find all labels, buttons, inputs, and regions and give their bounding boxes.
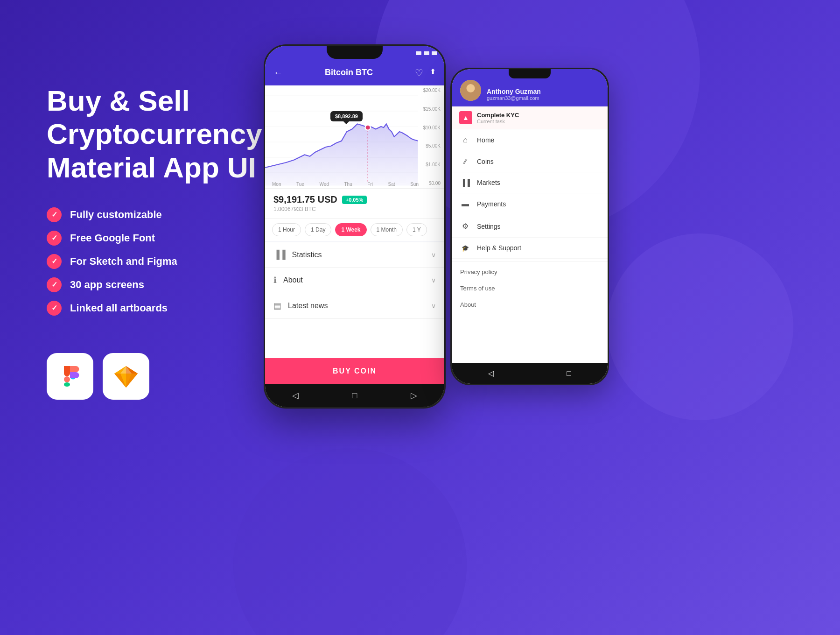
terms-of-use-link[interactable]: Terms of use: [452, 280, 608, 296]
feature-label-4: 30 app screens: [70, 279, 144, 291]
back-button[interactable]: ←: [273, 67, 283, 78]
feature-label-1: Fully customizable: [70, 209, 162, 221]
y-label-5: $1.00K: [423, 162, 441, 167]
latest-news-row-left: ▤ Latest news: [273, 301, 328, 311]
signal-icon: [416, 51, 421, 55]
phone-screen-side: Anthony Guzman guzman33@gmail.com ▲ Comp…: [452, 69, 608, 384]
statistics-label: Statistics: [292, 251, 322, 259]
chart-y-labels: $20.00K $15.00K $10.00K $5.00K $1.00K $0…: [423, 85, 441, 188]
x-label-mon: Mon: [272, 182, 281, 187]
status-icons: [416, 51, 437, 55]
nav-home[interactable]: ⌂ Home: [452, 129, 608, 151]
battery-icon: [432, 51, 437, 55]
payments-label: Payments: [477, 200, 506, 208]
section-rows: ▐▐ Statistics ∨ ℹ About ∨ ▤ Latest news …: [265, 242, 444, 358]
time-btn-day[interactable]: 1 Day: [305, 223, 331, 236]
x-label-wed: Wed: [320, 182, 329, 187]
check-icon-4: ✓: [47, 277, 62, 292]
y-label-4: $5.00K: [423, 143, 441, 148]
markets-icon: ▐▐: [460, 179, 470, 186]
check-icon-2: ✓: [47, 231, 62, 246]
home-icon: ⌂: [460, 136, 470, 144]
phone-notch: [327, 46, 383, 59]
buy-button[interactable]: BUY COIN: [265, 358, 444, 384]
share-icon[interactable]: ⬆: [430, 67, 436, 78]
latest-news-label: Latest news: [288, 302, 328, 310]
x-label-thu: Thu: [344, 182, 352, 187]
kyc-bar[interactable]: ▲ Complete KYC Current task: [452, 106, 608, 129]
phone-mockup-main: ← Bitcoin BTC ♡ ⬆: [264, 44, 446, 409]
svg-rect-1: [64, 376, 70, 382]
phone-mockup-side: Anthony Guzman guzman33@gmail.com ▲ Comp…: [450, 68, 609, 385]
svg-rect-4: [64, 382, 70, 387]
about-link[interactable]: About: [452, 296, 608, 313]
svg-rect-2: [64, 366, 70, 372]
nav-coins[interactable]: ∕∕ Coins: [452, 151, 608, 172]
nav-back-icon[interactable]: ◁: [292, 390, 299, 401]
phone-bottom-nav: ◁ □ ▷: [265, 384, 444, 407]
y-label-2: $15.00K: [423, 106, 441, 112]
buy-button-label: BUY COIN: [333, 367, 377, 375]
svg-point-20: [467, 84, 475, 92]
nav-help[interactable]: 🎓 Help & Support: [452, 238, 608, 259]
figma-icon-box: [47, 353, 93, 400]
kyc-title: Complete KYC: [477, 112, 519, 119]
wifi-icon: [424, 51, 429, 55]
news-chevron: ∨: [431, 302, 436, 310]
kyc-warning-icon: ▲: [459, 111, 472, 124]
nav-settings[interactable]: ⚙ Settings: [452, 215, 608, 238]
nav-markets[interactable]: ▐▐ Markets: [452, 172, 608, 193]
statistics-chevron: ∨: [431, 251, 436, 259]
chart-area: $8,892.89 $20.00K $15.00K $10.00K $5.00K…: [265, 85, 444, 188]
time-filters: 1 Hour 1 Day 1 Week 1 Month 1 Y: [265, 218, 444, 241]
y-label-1: $20.00K: [423, 88, 441, 93]
nav-payments[interactable]: ▬ Payments: [452, 193, 608, 215]
phone2-notch: [509, 69, 551, 78]
phone-header: ← Bitcoin BTC ♡ ⬆: [265, 60, 444, 85]
latest-news-row[interactable]: ▤ Latest news ∨: [265, 293, 444, 319]
heart-icon[interactable]: ♡: [415, 67, 423, 78]
time-btn-month[interactable]: 1 Month: [371, 223, 403, 236]
x-label-tue: Tue: [296, 182, 304, 187]
settings-label: Settings: [477, 223, 501, 230]
nav-recent-icon[interactable]: ▷: [411, 390, 417, 401]
privacy-policy-link[interactable]: Privacy policy: [452, 264, 608, 280]
time-btn-hour[interactable]: 1 Hour: [272, 223, 301, 236]
statistics-row-left: ▐▐ Statistics: [273, 250, 322, 260]
kyc-subtitle: Current task: [477, 119, 519, 124]
x-label-fri: Fri: [367, 182, 373, 187]
news-icon: ▤: [273, 301, 281, 311]
nav-divider: [452, 261, 608, 261]
phone2-nav-back[interactable]: ◁: [488, 369, 494, 378]
check-icon-3: ✓: [47, 254, 62, 269]
nav-menu: ⌂ Home ∕∕ Coins ▐▐ Markets ▬ Payments ⚙ …: [452, 129, 608, 363]
about-row[interactable]: ℹ About ∨: [265, 268, 444, 293]
bg-decoration-3: [607, 233, 793, 420]
home-label: Home: [477, 136, 494, 144]
feature-label-5: Linked all artboards: [70, 302, 168, 314]
avatar-image: [460, 80, 481, 101]
check-icon-1: ✓: [47, 207, 62, 222]
about-row-left: ℹ About: [273, 275, 303, 285]
time-btn-year[interactable]: 1 Y: [406, 223, 427, 236]
coins-label: Coins: [477, 158, 494, 165]
about-chevron: ∨: [431, 276, 436, 284]
chart-x-labels: Mon Tue Wed Thu Fri Sat Sun: [272, 182, 419, 187]
phone2-nav-home[interactable]: □: [567, 369, 571, 378]
bg-decoration-2: [233, 448, 467, 635]
price-btc: 1.00067933 BTC: [273, 206, 436, 212]
help-label: Help & Support: [477, 244, 521, 252]
time-btn-week[interactable]: 1 Week: [335, 223, 366, 236]
check-icon-5: ✓: [47, 301, 62, 316]
price-badge: +0,05%: [342, 196, 367, 204]
statistics-row[interactable]: ▐▐ Statistics ∨: [265, 242, 444, 268]
x-label-sat: Sat: [388, 182, 395, 187]
settings-icon: ⚙: [460, 222, 470, 231]
feature-label-3: For Sketch and Figma: [70, 255, 177, 268]
about-icon: ℹ: [273, 275, 277, 285]
user-email: guzman33@gmail.com: [487, 95, 541, 101]
coins-icon: ∕∕: [460, 158, 470, 165]
nav-home-icon[interactable]: □: [352, 391, 357, 401]
price-section: $9,191.75 USD +0,05% 1.00067933 BTC: [265, 188, 444, 218]
markets-label: Markets: [477, 179, 500, 186]
